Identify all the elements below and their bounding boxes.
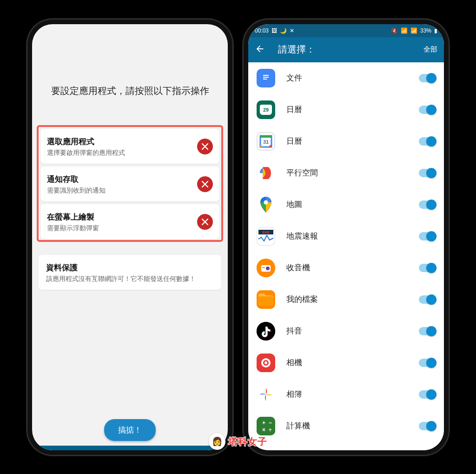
app-label: 文件: [286, 73, 408, 83]
status-time: 00:03: [255, 27, 269, 34]
step-title: 通知存取: [47, 174, 197, 185]
status-bar: 00:03 🖼 🌙 ✕ 🔇 📶 📶 33% ▮: [248, 24, 444, 37]
step-draw-over-apps[interactable]: 在螢幕上繪製 需要顯示浮動彈窗: [40, 204, 219, 239]
svg-rect-0: [261, 72, 271, 84]
app-label: 抖音: [286, 326, 408, 336]
step-select-apps[interactable]: 選取應用程式 選擇要啟用彈窗的應用程式: [40, 129, 219, 164]
nav-bar-strip: [32, 446, 228, 450]
screen-left: 要設定應用程式，請按照以下指示操作 選取應用程式 選擇要啟用彈窗的應用程式: [32, 24, 228, 450]
app-label: 地圖: [286, 199, 408, 210]
google-calendar-icon: 31: [257, 132, 275, 151]
mute-icon: 🔇: [391, 27, 398, 34]
app-list[interactable]: 文件 29 日曆 31 日曆 平行空間: [248, 62, 444, 450]
svg-rect-3: [263, 79, 267, 80]
svg-point-9: [264, 200, 268, 204]
quake-icon: BXB: [257, 227, 275, 246]
svg-rect-22: [257, 417, 275, 435]
no-call-icon: ✕: [290, 27, 294, 34]
done-button[interactable]: 搞掂！: [104, 419, 156, 441]
status-close-icon: [197, 176, 213, 192]
toggle-switch[interactable]: [419, 74, 436, 82]
app-label: 日曆: [286, 136, 408, 147]
app-row-radio[interactable]: 收音機: [248, 252, 444, 284]
battery-icon: ▮: [434, 27, 437, 34]
wifi-icon: 📶: [401, 27, 408, 34]
toggle-switch[interactable]: [419, 390, 436, 399]
select-all-button[interactable]: 全部: [423, 45, 437, 54]
svg-point-14: [266, 267, 270, 270]
app-label: 平行空間: [286, 167, 408, 178]
app-row-calendar-samsung[interactable]: 29 日曆: [248, 94, 444, 126]
app-row-files[interactable]: 我的檔案: [248, 284, 444, 315]
phone-left-mockup: 要設定應用程式，請按照以下指示操作 選取應用程式 選擇要啟用彈窗的應用程式: [26, 19, 233, 456]
status-close-icon: [197, 139, 213, 154]
setup-heading: 要設定應用程式，請按照以下指示操作: [32, 85, 228, 97]
tiktok-icon: [257, 322, 275, 340]
toggle-switch[interactable]: [419, 232, 436, 240]
files-icon: [257, 290, 275, 309]
step-notification-access[interactable]: 通知存取 需要識別收到的通知: [40, 167, 219, 201]
app-row-google-calendar[interactable]: 31 日曆: [248, 126, 444, 157]
svg-rect-15: [262, 267, 265, 268]
app-label: 相機: [286, 357, 408, 368]
radio-icon: [257, 259, 275, 277]
app-row-tiktok[interactable]: 抖音: [248, 315, 444, 347]
status-close-icon: [197, 214, 213, 230]
app-label: 相簿: [286, 389, 408, 400]
toggle-switch[interactable]: [419, 137, 436, 146]
app-row-photos[interactable]: 相簿: [248, 379, 444, 410]
calendar-29-icon: 29: [257, 100, 275, 119]
step-subtitle: 需要識別收到的通知: [47, 187, 197, 195]
app-label: 收音機: [286, 262, 408, 273]
svg-rect-16: [258, 296, 273, 306]
app-row-camera[interactable]: 相機: [248, 347, 444, 379]
step-subtitle: 需要顯示浮動彈窗: [47, 224, 197, 233]
app-bar: 請選擇： 全部: [248, 37, 444, 62]
app-label: 日曆: [286, 104, 408, 115]
svg-rect-6: [260, 136, 271, 138]
step-title: 選取應用程式: [47, 136, 197, 147]
signal-icon: 📶: [410, 27, 417, 34]
info-title: 資料保護: [46, 262, 214, 273]
app-row-docs[interactable]: 文件: [248, 62, 444, 94]
toggle-switch[interactable]: [419, 359, 436, 367]
back-button[interactable]: [255, 44, 265, 56]
data-protection-card: 資料保護 該應用程式沒有互聯網許可！它不能發送任何數據！: [39, 255, 221, 290]
toggle-switch[interactable]: [419, 295, 436, 304]
app-row-parallel-space[interactable]: 平行空間: [248, 157, 444, 189]
svg-rect-8: [270, 145, 271, 147]
svg-rect-1: [263, 75, 269, 76]
svg-text:+: +: [262, 420, 265, 426]
svg-point-21: [264, 361, 267, 364]
toggle-switch[interactable]: [419, 327, 436, 335]
photos-icon: [257, 385, 275, 404]
app-row-calculator[interactable]: +−×÷ 計算機: [248, 410, 444, 442]
svg-text:×: ×: [262, 427, 265, 433]
step-title: 在螢幕上繪製: [47, 212, 197, 222]
svg-text:−: −: [269, 420, 272, 426]
app-label: 我的檔案: [286, 294, 408, 305]
toggle-switch[interactable]: [419, 169, 436, 177]
docs-icon: [257, 69, 275, 87]
info-subtitle: 該應用程式沒有互聯網許可！它不能發送任何數據！: [46, 275, 214, 283]
battery-text: 33%: [420, 27, 431, 34]
camera-icon: [257, 354, 275, 372]
app-row-maps[interactable]: 地圖: [248, 189, 444, 220]
svg-rect-2: [263, 77, 269, 78]
screen-right: 00:03 🖼 🌙 ✕ 🔇 📶 📶 33% ▮ 請選擇： 全部: [248, 24, 444, 450]
parallel-space-icon: [257, 164, 275, 182]
svg-text:÷: ÷: [269, 427, 272, 433]
toggle-switch[interactable]: [419, 200, 436, 209]
moon-icon: 🌙: [280, 27, 287, 34]
calculator-icon: +−×÷: [257, 417, 275, 435]
app-label: 計算機: [286, 421, 408, 431]
maps-icon: [257, 195, 275, 214]
step-subtitle: 選擇要啟用彈窗的應用程式: [47, 149, 197, 157]
toggle-switch[interactable]: [419, 264, 436, 272]
toggle-switch[interactable]: [419, 422, 436, 430]
svg-rect-7: [260, 145, 262, 147]
toggle-switch[interactable]: [419, 106, 436, 114]
appbar-title: 請選擇：: [278, 43, 410, 56]
app-label: 地震速報: [286, 231, 408, 241]
app-row-quake[interactable]: BXB 地震速報: [248, 220, 444, 252]
